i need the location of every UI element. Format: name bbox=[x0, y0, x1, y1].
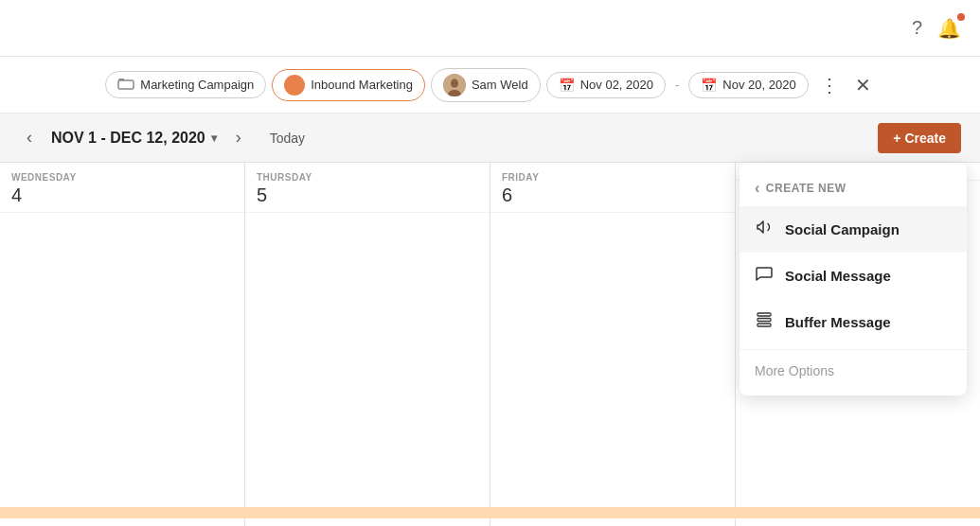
date-separator: - bbox=[671, 78, 683, 92]
calendar-end-icon: 📅 bbox=[701, 78, 717, 93]
inbound-label: Inbound Marketing bbox=[311, 78, 413, 92]
help-icon[interactable]: ? bbox=[912, 17, 922, 39]
prev-button[interactable]: ‹ bbox=[19, 124, 40, 151]
folder-icon bbox=[117, 77, 134, 93]
calendar-toolbar: ‹ NOV 1 - DEC 12, 2020 ▾ › Today + Creat… bbox=[0, 114, 980, 163]
social-message-item[interactable]: Social Message bbox=[739, 253, 967, 299]
notification-badge bbox=[957, 13, 965, 21]
date-end-chip[interactable]: 📅 Nov 20, 2020 bbox=[688, 72, 808, 98]
avatar bbox=[443, 74, 466, 96]
bottom-row: 11 12 13 14 bbox=[0, 518, 980, 526]
user-label: Sam Weld bbox=[472, 78, 528, 92]
create-new-label: CREATE NEW bbox=[766, 182, 846, 195]
buffer-message-label: Buffer Message bbox=[785, 314, 891, 330]
svg-point-2 bbox=[451, 79, 458, 87]
col-friday: FRIDAY 6 bbox=[490, 163, 735, 507]
date-range-text: NOV 1 - DEC 12, 2020 bbox=[51, 130, 205, 147]
day-name-wed: WEDNESDAY bbox=[11, 172, 233, 183]
day-num-fri: 6 bbox=[502, 184, 723, 206]
dropdown-divider bbox=[739, 349, 967, 350]
more-options-label: More Options bbox=[755, 363, 834, 378]
social-message-icon bbox=[755, 264, 774, 288]
dropdown-back[interactable]: ‹ CREATE NEW bbox=[739, 170, 967, 206]
campaign-label: Marketing Campaign bbox=[140, 78, 254, 92]
col-thursday: THURSDAY 5 bbox=[245, 163, 490, 507]
more-options-button[interactable]: ⋮ bbox=[814, 74, 846, 96]
date-range-display[interactable]: NOV 1 - DEC 12, 2020 ▾ bbox=[51, 130, 217, 147]
date-start-chip[interactable]: 📅 Nov 02, 2020 bbox=[546, 72, 666, 98]
chevron-down-icon: ▾ bbox=[211, 132, 217, 145]
social-campaign-label: Social Campaign bbox=[785, 221, 900, 237]
day-header-thu: THURSDAY 5 bbox=[245, 163, 490, 213]
social-campaign-item[interactable]: Social Campaign bbox=[739, 206, 967, 253]
svg-rect-5 bbox=[757, 319, 771, 322]
social-message-label: Social Message bbox=[785, 268, 891, 284]
bottom-col-13: 13 bbox=[490, 518, 735, 526]
day-num-wed: 4 bbox=[11, 184, 233, 206]
close-filter-button[interactable]: ✕ bbox=[851, 74, 875, 96]
date-start-label: Nov 02, 2020 bbox=[580, 78, 653, 92]
create-button[interactable]: + Create bbox=[878, 123, 961, 153]
day-body-thu bbox=[245, 213, 490, 507]
create-dropdown: ‹ CREATE NEW Social Campaign Social Mess… bbox=[739, 163, 967, 395]
back-arrow-icon: ‹ bbox=[755, 180, 760, 197]
date-end-label: Nov 20, 2020 bbox=[722, 78, 795, 92]
svg-rect-0 bbox=[118, 80, 134, 89]
bottom-col-12: 12 bbox=[245, 518, 490, 526]
day-name-thu: THURSDAY bbox=[257, 172, 478, 183]
filterbar: Marketing Campaign Inbound Marketing Sam… bbox=[0, 57, 980, 114]
bottom-col-11: 11 bbox=[0, 518, 244, 526]
today-button[interactable]: Today bbox=[260, 127, 314, 149]
orange-highlight-band bbox=[0, 507, 980, 518]
day-header-wed: WEDNESDAY 4 bbox=[0, 163, 244, 213]
day-num-thu: 5 bbox=[257, 184, 478, 206]
day-header-fri: FRIDAY 6 bbox=[490, 163, 735, 213]
day-name-fri: FRIDAY bbox=[502, 172, 723, 183]
next-button[interactable]: › bbox=[228, 124, 249, 151]
social-campaign-icon bbox=[755, 218, 774, 241]
inbound-color-dot bbox=[284, 75, 305, 96]
inbound-filter-chip[interactable]: Inbound Marketing bbox=[272, 69, 425, 101]
user-filter-chip[interactable]: Sam Weld bbox=[431, 68, 541, 102]
svg-rect-6 bbox=[757, 324, 771, 326]
svg-rect-4 bbox=[757, 313, 771, 316]
topbar: ? 🔔 bbox=[0, 0, 980, 57]
day-body-fri bbox=[490, 213, 735, 507]
calendar-start-icon: 📅 bbox=[559, 78, 575, 93]
campaign-filter-chip[interactable]: Marketing Campaign bbox=[105, 71, 266, 98]
col-wednesday: WEDNESDAY 4 bbox=[0, 163, 244, 507]
buffer-message-icon bbox=[755, 310, 774, 334]
more-options-item[interactable]: More Options bbox=[739, 354, 967, 388]
bottom-col-14: 14 bbox=[736, 518, 980, 526]
day-body-wed bbox=[0, 213, 244, 507]
notification-icon[interactable]: 🔔 bbox=[937, 17, 961, 40]
buffer-message-item[interactable]: Buffer Message bbox=[739, 299, 967, 345]
